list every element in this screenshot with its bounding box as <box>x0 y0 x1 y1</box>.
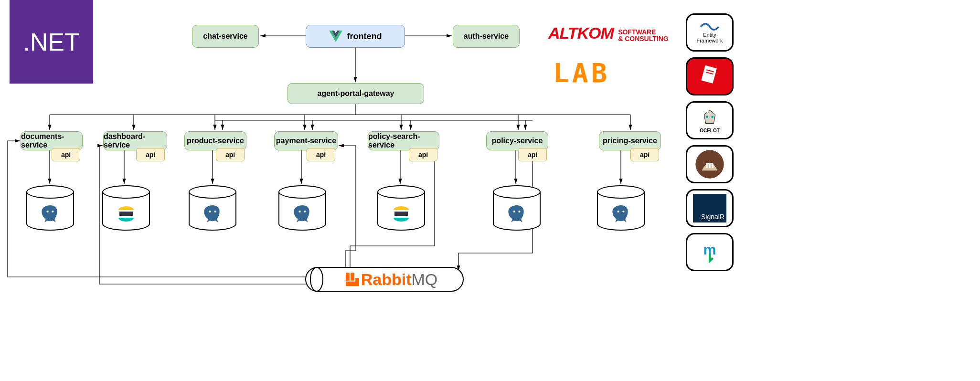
svg-point-36 <box>617 211 619 212</box>
jsreport-icon <box>698 64 722 88</box>
svg-point-46 <box>711 116 714 118</box>
db-payment <box>278 185 326 231</box>
product-service-label: product-service <box>187 137 244 145</box>
product-service-box: product-service <box>184 131 246 150</box>
svg-point-35 <box>518 211 520 212</box>
auth-service-box: auth-service <box>453 25 520 48</box>
frontend-box: frontend <box>306 25 405 48</box>
svg-rect-39 <box>351 273 354 281</box>
tech-jsreport <box>686 57 734 95</box>
svg-rect-28 <box>119 212 133 216</box>
db-policy-search <box>377 185 425 231</box>
marten-icon: m <box>694 148 725 180</box>
payment-service-box: payment-service <box>274 131 338 150</box>
tech-mediatr: m <box>686 233 734 271</box>
svg-rect-42 <box>701 65 717 84</box>
svg-point-34 <box>513 211 515 212</box>
db-pricing <box>597 185 645 231</box>
ocelot-icon <box>698 108 722 128</box>
svg-point-27 <box>52 211 53 212</box>
payment-api-badge: api <box>307 148 335 161</box>
dashboard-service-box: dashboard-service <box>103 131 167 150</box>
payment-service-label: payment-service <box>276 137 336 145</box>
documents-service-box: documents-service <box>21 131 83 150</box>
rabbitmq-label: RabbitMQ <box>361 270 438 289</box>
frontend-label: frontend <box>347 32 382 42</box>
auth-service-label: auth-service <box>464 32 509 41</box>
svg-point-25 <box>310 267 323 291</box>
lab-logo: LAB <box>553 57 610 88</box>
policy-service-label: policy-service <box>492 137 543 145</box>
policy-search-api-badge: api <box>409 148 437 161</box>
policy-service-box: policy-service <box>486 131 548 150</box>
gateway-label: agent-portal-gateway <box>318 89 394 98</box>
svg-point-31 <box>298 211 300 212</box>
dashboard-api-badge: api <box>136 148 165 161</box>
pricing-service-label: pricing-service <box>603 137 657 145</box>
dashboard-service-label: dashboard-service <box>104 132 167 149</box>
ef-icon <box>700 21 720 32</box>
rabbitmq-box: RabbitMQ <box>325 268 458 290</box>
signalr-label: SignalR <box>693 194 726 222</box>
svg-rect-40 <box>346 281 359 286</box>
db-dashboard <box>102 185 150 231</box>
db-documents <box>26 185 74 231</box>
pricing-api-badge: api <box>630 148 659 161</box>
gateway-box: agent-portal-gateway <box>288 83 424 104</box>
tech-ocelot: OCELOT <box>686 101 734 139</box>
chat-service-label: chat-service <box>203 32 247 41</box>
svg-text:m: m <box>705 159 714 170</box>
svg-point-37 <box>622 211 624 212</box>
tech-marten: m <box>686 145 734 183</box>
product-api-badge: api <box>216 148 245 161</box>
altkom-logo: ALTKOM SOFTWARE & CONSULTING <box>548 24 669 42</box>
rabbitmq-icon <box>346 273 359 286</box>
svg-rect-41 <box>355 278 359 282</box>
svg-point-32 <box>304 211 306 212</box>
svg-point-45 <box>706 116 708 118</box>
policy-search-service-label: policy-search-service <box>368 132 439 149</box>
pricing-service-box: pricing-service <box>599 131 661 150</box>
svg-point-30 <box>214 211 216 212</box>
chat-service-box: chat-service <box>192 25 259 48</box>
tech-entity-framework: Entity Framework <box>686 13 734 52</box>
svg-point-26 <box>46 211 48 212</box>
vue-icon <box>329 31 342 42</box>
policy-search-service-box: policy-search-service <box>368 131 439 150</box>
tech-signalr: SignalR <box>686 189 734 227</box>
svg-rect-38 <box>346 273 350 281</box>
documents-api-badge: api <box>52 148 80 161</box>
documents-service-label: documents-service <box>21 132 82 149</box>
svg-point-29 <box>209 211 211 212</box>
dotnet-logo: .NET <box>10 0 93 84</box>
policy-api-badge: api <box>518 148 547 161</box>
svg-rect-33 <box>394 212 408 216</box>
dotnet-text: .NET <box>23 28 79 56</box>
mediatr-icon: m <box>697 239 723 265</box>
db-policy <box>493 185 541 231</box>
db-product <box>189 185 236 231</box>
